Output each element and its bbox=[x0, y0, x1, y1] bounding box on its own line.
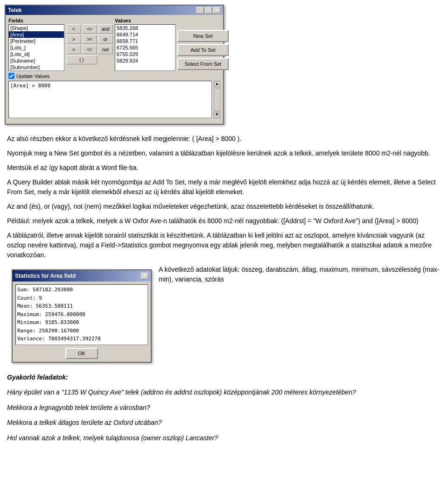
op-equals[interactable]: = bbox=[66, 24, 81, 34]
telek-body: Fields [Shape] [Area] [Perimeter] [Lots_… bbox=[6, 15, 223, 124]
op-and[interactable]: and bbox=[98, 24, 113, 34]
stat-count: Count: 9 bbox=[17, 295, 146, 303]
new-set-button[interactable]: New Set bbox=[177, 30, 229, 42]
query-expression-input[interactable]: [Area] > 8000 bbox=[8, 81, 212, 118]
stats-intro-text: A következő adatokat látjuk: összeg, dar… bbox=[159, 265, 441, 284]
op-gt[interactable]: > bbox=[66, 35, 81, 44]
fields-label: Fields bbox=[8, 18, 64, 23]
value-5[interactable]: 6755.029 bbox=[115, 51, 175, 57]
stat-stddev: Standard Deviation: 88337.389125 bbox=[17, 344, 146, 345]
stats-description: A táblázatról, illetve annak kijelölt so… bbox=[7, 231, 441, 260]
field-area[interactable]: [Area] bbox=[9, 31, 64, 38]
maximize-button[interactable]: □ bbox=[205, 7, 212, 14]
practice-title: Gyakorló feladatok: bbox=[7, 373, 68, 381]
stats-title: Statistics for Area field bbox=[15, 272, 76, 280]
field-subname[interactable]: [Subname] bbox=[9, 57, 64, 64]
fields-listbox[interactable]: [Shape] [Area] [Perimeter] [Lots_] [Lots… bbox=[8, 24, 64, 71]
op-or[interactable]: or bbox=[98, 35, 113, 44]
stats-listbox: Sum: 507182.293000 Count: 9 Mean: 56353.… bbox=[15, 284, 148, 345]
paragraph-5: Az and (és), or (vagy), not (nem) mezőkk… bbox=[7, 202, 441, 211]
stat-variance: Variance: 7803494317.392278 bbox=[17, 335, 146, 343]
query-scroll-down[interactable]: ▼ bbox=[214, 112, 220, 118]
action-buttons: New Set Add To Set Select From Set bbox=[177, 18, 229, 71]
query-scroll-up[interactable]: ▲ bbox=[214, 81, 220, 87]
field-lots-id[interactable]: [Lots_id] bbox=[9, 51, 64, 57]
op-row-1: = <> and bbox=[66, 24, 113, 34]
add-to-set-button[interactable]: Add To Set bbox=[177, 44, 229, 56]
stats-dialog: Statistics for Area field ✕ Sum: 507182.… bbox=[12, 269, 152, 363]
practice-item-2: Mekkora a legnagyobb telek területe a vá… bbox=[7, 402, 441, 413]
titlebar-buttons: _ □ ✕ bbox=[196, 7, 221, 14]
practice-item-4: Hol vannak azok a telkek, melyek tulajdo… bbox=[7, 433, 441, 443]
stat-sum: Sum: 507182.293000 bbox=[17, 286, 146, 294]
stats-close-button[interactable]: ✕ bbox=[141, 273, 148, 279]
stat-max: Maximum: 259476.000000 bbox=[17, 311, 146, 319]
main-content: Az alsó részben ekkor a következő kérdés… bbox=[0, 129, 448, 452]
query-top-section: Fields [Shape] [Area] [Perimeter] [Lots_… bbox=[8, 18, 220, 71]
query-expression-area: [Area] > 8000 ▲ ▼ bbox=[8, 81, 220, 118]
stat-mean: Mean: 56353.588111 bbox=[17, 303, 146, 310]
practice-item-3: Mekkora a telkek átlagos területe az Oxf… bbox=[7, 417, 441, 428]
paragraph-2: Nyomjuk meg a New Set gombot és a nézetb… bbox=[7, 148, 441, 158]
paragraph-1: Az alsó részben ekkor a következő kérdés… bbox=[7, 134, 441, 144]
paragraph-3: Mentsük el az így kapott ábrát a Word fi… bbox=[7, 163, 441, 173]
field-shape[interactable]: [Shape] bbox=[9, 25, 64, 31]
telek-titlebar: Telek _ □ ✕ bbox=[6, 6, 223, 15]
op-row-4: ( ) bbox=[66, 55, 113, 64]
op-lt[interactable]: < bbox=[66, 45, 81, 54]
stat-range: Range: 250290.167000 bbox=[17, 327, 146, 335]
stat-min: Minimum: 9185.833000 bbox=[17, 319, 146, 327]
select-from-set-button[interactable]: Select From Set bbox=[177, 58, 229, 70]
close-button[interactable]: ✕ bbox=[213, 7, 221, 14]
op-row-3: < <= not bbox=[66, 45, 113, 54]
fields-section: Fields [Shape] [Area] [Perimeter] [Lots_… bbox=[8, 18, 64, 71]
values-listbox[interactable]: 5835.268 6649.714 6658.771 6725.565 6755… bbox=[115, 24, 175, 71]
minimize-button[interactable]: _ bbox=[196, 7, 204, 14]
value-2[interactable]: 6649.714 bbox=[115, 31, 175, 38]
stats-body: Sum: 507182.293000 Count: 9 Mean: 56353.… bbox=[13, 282, 151, 362]
field-perimeter[interactable]: [Perimeter] bbox=[9, 38, 64, 44]
stats-ok-button[interactable]: OK bbox=[65, 348, 98, 359]
values-section: Values 5835.268 6649.714 6658.771 6725.5… bbox=[115, 18, 175, 71]
value-1[interactable]: 5835.268 bbox=[115, 25, 175, 31]
practice-item-1: Hány épület van a "1135 W Quincy Ave" te… bbox=[7, 387, 441, 397]
field-subnumber[interactable]: [Subnumber] bbox=[9, 64, 64, 70]
stats-titlebar: Statistics for Area field ✕ bbox=[13, 270, 151, 282]
value-3[interactable]: 6658.771 bbox=[115, 38, 175, 44]
paragraph-4: A Query Builder ablak másik két nyomógom… bbox=[7, 177, 441, 197]
op-parens[interactable]: ( ) bbox=[66, 55, 97, 64]
checkbox-row: Update Values bbox=[8, 73, 220, 79]
update-values-label: Update Values bbox=[16, 73, 49, 79]
stats-text: A következő adatokat látjuk: összeg, dar… bbox=[159, 265, 441, 289]
stats-section: Statistics for Area field ✕ Sum: 507182.… bbox=[7, 265, 441, 367]
value-4[interactable]: 6725.565 bbox=[115, 44, 175, 51]
paragraph-6: Például: melyek azok a telkek, melyek a … bbox=[7, 216, 441, 226]
operators-section: = <> and > >= or < <= not ( ) bbox=[66, 18, 113, 71]
op-row-2: > >= or bbox=[66, 35, 113, 44]
value-6[interactable]: 5829.924 bbox=[115, 57, 175, 64]
op-notequals[interactable]: <> bbox=[82, 24, 97, 34]
telek-dialog: Telek _ □ ✕ Fields [Shape] [Area] [Perim… bbox=[5, 5, 224, 125]
field-lots[interactable]: [Lots_] bbox=[9, 44, 64, 51]
op-gte[interactable]: >= bbox=[82, 35, 97, 44]
practice-section: Gyakorló feladatok: Hány épület van a "1… bbox=[7, 372, 441, 443]
update-values-checkbox[interactable] bbox=[8, 73, 14, 79]
op-not[interactable]: not bbox=[98, 45, 113, 54]
telek-title: Telek bbox=[8, 7, 22, 14]
op-lte[interactable]: <= bbox=[82, 45, 97, 54]
values-label: Values bbox=[115, 18, 175, 23]
